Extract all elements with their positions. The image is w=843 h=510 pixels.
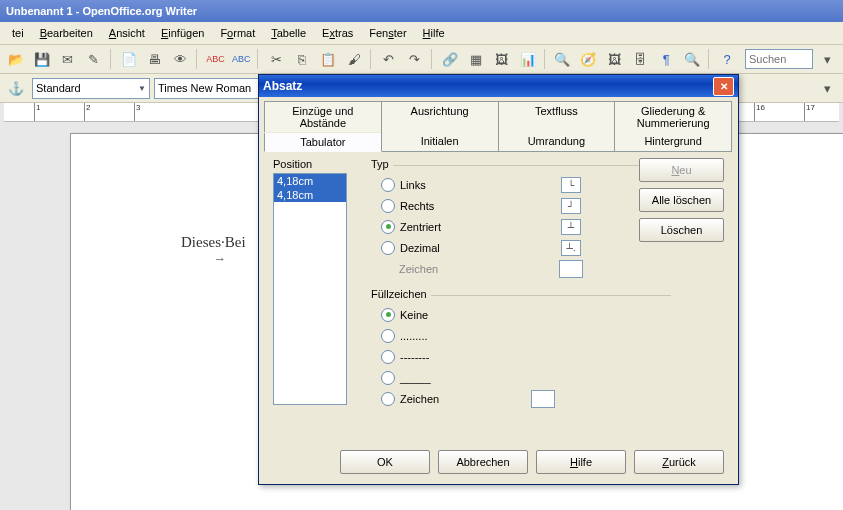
style-value: Standard	[36, 82, 81, 94]
preview-icon[interactable]: 👁	[169, 47, 193, 71]
save-icon[interactable]: 💾	[30, 47, 54, 71]
align-center-icon: ┴	[561, 219, 581, 235]
typ-dezimal-row[interactable]: Dezimal ┴.	[371, 237, 671, 258]
menu-einfuegen[interactable]: Einfügen	[153, 24, 212, 42]
tab-initialen[interactable]: Initialen	[381, 132, 499, 151]
undo-icon[interactable]: ↶	[377, 47, 401, 71]
abbrechen-button[interactable]: Abbrechen	[438, 450, 528, 474]
close-icon[interactable]: ✕	[713, 77, 734, 96]
typ-dezimal-label: Dezimal	[400, 242, 480, 254]
menu-ansicht[interactable]: Ansicht	[101, 24, 153, 42]
position-item[interactable]: 4,18cm	[274, 188, 346, 202]
radio-rechts[interactable]	[381, 199, 395, 213]
nonprint-icon[interactable]: ¶	[654, 47, 678, 71]
style-combo[interactable]: Standard▼	[32, 78, 150, 99]
dialog-titlebar[interactable]: Absatz ✕	[259, 75, 738, 97]
menu-extras[interactable]: Extras	[314, 24, 361, 42]
menu-bearbeiten[interactable]: Bearbeiten	[32, 24, 101, 42]
align-left-icon: └	[561, 177, 581, 193]
separator	[431, 49, 434, 69]
fill-dots-row[interactable]: .........	[371, 325, 671, 346]
tab-einzuege[interactable]: Einzüge und Abstände	[264, 101, 382, 132]
tab-tabulator[interactable]: Tabulator	[264, 133, 382, 152]
dialog-tabs: Einzüge und Abstände Ausrichtung Textflu…	[259, 97, 738, 151]
image-icon[interactable]: 🖼	[490, 47, 514, 71]
typ-zeichen-input[interactable]	[559, 260, 583, 278]
tab-umrandung[interactable]: Umrandung	[498, 132, 616, 151]
typ-zentriert-row[interactable]: Zentriert ┴	[371, 216, 671, 237]
menu-format[interactable]: Format	[212, 24, 263, 42]
table-icon[interactable]: ▦	[464, 47, 488, 71]
menu-tabelle[interactable]: Tabelle	[263, 24, 314, 42]
alle-loeschen-button[interactable]: Alle löschen	[639, 188, 724, 212]
dialog-body: Position 4,18cm 4,18cm Typ Links └ Recht…	[265, 151, 732, 466]
radio-dashes[interactable]	[381, 350, 395, 364]
tab-hintergrund[interactable]: Hintergrund	[614, 132, 732, 151]
radio-links[interactable]	[381, 178, 395, 192]
position-input[interactable]: 4,18cm	[274, 174, 346, 188]
loeschen-button[interactable]: Löschen	[639, 218, 724, 242]
datasource-icon[interactable]: 🗄	[628, 47, 652, 71]
menu-fenster[interactable]: Fenster	[361, 24, 414, 42]
print-icon[interactable]: 🖶	[143, 47, 167, 71]
radio-fill-zeichen[interactable]	[381, 392, 395, 406]
find-icon[interactable]: 🔍	[551, 47, 575, 71]
cut-icon[interactable]: ✂	[264, 47, 288, 71]
typ-links-row[interactable]: Links └	[371, 174, 671, 195]
brush-icon[interactable]: 🖌	[342, 47, 366, 71]
fill-dashes-row[interactable]: --------	[371, 346, 671, 367]
separator	[370, 49, 373, 69]
navigator-icon[interactable]: 🧭	[576, 47, 600, 71]
chart-icon[interactable]: 📊	[516, 47, 540, 71]
typ-rechts-label: Rechts	[400, 200, 480, 212]
edit-icon[interactable]: ✎	[82, 47, 106, 71]
fill-zeichen-row[interactable]: Zeichen	[371, 388, 671, 409]
toolbar-more-icon[interactable]: ▾	[815, 76, 839, 100]
menu-datei[interactable]: tei	[4, 24, 32, 42]
fill-group: Füllzeichen Keine ......... -------- ___…	[371, 288, 671, 409]
open-icon[interactable]: 📂	[4, 47, 28, 71]
zoom-icon[interactable]: 🔍	[680, 47, 704, 71]
radio-under[interactable]	[381, 371, 395, 385]
tab-textfluss[interactable]: Textfluss	[498, 101, 616, 132]
radio-dezimal[interactable]	[381, 241, 395, 255]
fill-zeichen-input[interactable]	[531, 390, 555, 408]
paste-icon[interactable]: 📋	[316, 47, 340, 71]
tab-gliederung[interactable]: Gliederung & Nummerierung	[614, 101, 732, 132]
font-value: Times New Roman	[158, 82, 251, 94]
position-label: Position	[273, 158, 347, 170]
ok-button[interactable]: OK	[340, 450, 430, 474]
typ-rechts-row[interactable]: Rechts ┘	[371, 195, 671, 216]
styles-icon[interactable]: ⚓	[4, 76, 28, 100]
redo-icon[interactable]: ↷	[403, 47, 427, 71]
separator	[196, 49, 199, 69]
copy-icon[interactable]: ⎘	[290, 47, 314, 71]
position-list[interactable]: 4,18cm 4,18cm	[273, 173, 347, 405]
fill-under-row[interactable]: _____	[371, 367, 671, 388]
separator	[544, 49, 547, 69]
hilfe-button[interactable]: Hilfe	[536, 450, 626, 474]
neu-button[interactable]: Neu	[639, 158, 724, 182]
link-icon[interactable]: 🔗	[438, 47, 462, 71]
radio-zentriert[interactable]	[381, 220, 395, 234]
fill-under-label: _____	[400, 372, 520, 384]
menu-hilfe[interactable]: Hilfe	[415, 24, 453, 42]
font-combo[interactable]: Times New Roman	[154, 78, 262, 99]
zurueck-button[interactable]: Zurück	[634, 450, 724, 474]
radio-keine[interactable]	[381, 308, 395, 322]
typ-zeichen-label: Zeichen	[399, 263, 475, 275]
search-input[interactable]	[745, 49, 813, 69]
toolbar-more-icon[interactable]: ▾	[815, 47, 839, 71]
mail-icon[interactable]: ✉	[56, 47, 80, 71]
spellcheck-icon[interactable]: ABC	[203, 47, 227, 71]
gallery-icon[interactable]: 🖼	[602, 47, 626, 71]
autocheck-icon[interactable]: ABC	[229, 47, 253, 71]
tab-ausrichtung[interactable]: Ausrichtung	[381, 101, 499, 132]
pdf-icon[interactable]: 📄	[117, 47, 141, 71]
help-icon[interactable]: ?	[715, 47, 739, 71]
fill-zeichen-label: Zeichen	[400, 393, 520, 405]
side-buttons: Neu Alle löschen Löschen	[639, 158, 724, 242]
radio-dots[interactable]	[381, 329, 395, 343]
fill-keine-row[interactable]: Keine	[371, 304, 671, 325]
app-title: Unbenannt 1 - OpenOffice.org Writer	[6, 5, 197, 17]
